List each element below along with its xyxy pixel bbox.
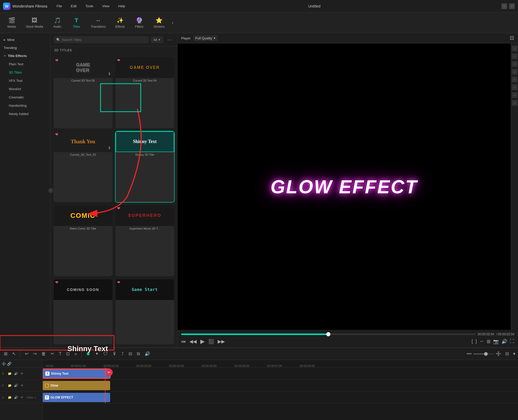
timeline-shield-button[interactable]: 🛡 (102, 350, 109, 358)
menu-tools[interactable]: Tools (83, 3, 95, 9)
toolbar-titles[interactable]: T Titles (67, 16, 86, 30)
ruler-tick-2: 00:00:02:00 (104, 364, 119, 367)
toolbar-media[interactable]: 🎬 Media (3, 16, 21, 30)
dual-screen-button[interactable]: ⊞ (487, 339, 491, 344)
sidebar-item-plain-text[interactable]: Plain Text (2, 60, 49, 68)
track-1-folder-icon[interactable]: 📁 (7, 395, 12, 400)
track-2-eye-icon[interactable]: 👁 (20, 383, 24, 388)
timeline-delete-button[interactable]: 🗑 (40, 350, 47, 358)
title-card-retro-comic[interactable]: COMIC Retro Comic 3D Title (54, 205, 112, 276)
player-back-button[interactable]: ◀◀ (189, 339, 197, 344)
track-3-folder-icon[interactable]: 📁 (7, 371, 12, 376)
loop-icon[interactable]: 🔗 (7, 362, 11, 366)
toolbar-stock-media[interactable]: 🖼 Stock Media (22, 16, 47, 30)
title-card-curved-3d-02[interactable]: ❤ Thank You ⬇ Curved_3D_Text_02 (54, 131, 112, 202)
timeline-grid-view-button[interactable]: ⊞ (3, 350, 9, 358)
rpanel-btn-7[interactable]: ▪ (512, 92, 517, 98)
timeline-text-button[interactable]: T (58, 350, 63, 358)
timeline-cut-button[interactable]: ✂ (49, 350, 55, 358)
track-row-3: T Shinny Text ✂ (43, 368, 518, 380)
rpanel-btn-8[interactable]: ▪ (512, 100, 517, 106)
sidebar-mine[interactable]: ▶ Mine (0, 36, 50, 44)
timeline-crop-button[interactable]: ⊡ (65, 350, 71, 358)
menu-file[interactable]: File (54, 3, 64, 9)
player-stop-button[interactable]: ⬛ (208, 339, 214, 344)
quality-select[interactable]: Full Quality ▼ (193, 35, 218, 41)
timeline-sparkle-button[interactable]: ✦ (94, 350, 100, 358)
toolbar-audio[interactable]: 🎵 Audio (48, 16, 66, 30)
title-card-shinny-3d[interactable]: Shinny Text Shinny 3D Title (116, 131, 174, 202)
timeline-voice-button[interactable]: 🔊 (143, 350, 151, 358)
add-track-icon[interactable]: ➕ (2, 362, 6, 366)
sidebar-trending[interactable]: Trending (0, 44, 50, 52)
more-options-button[interactable]: ▾ (513, 351, 515, 357)
timeline-undo-button[interactable]: ↩ (24, 350, 30, 358)
player-rewind-button[interactable]: ⏮ (181, 339, 186, 344)
zoom-slider[interactable] (473, 353, 494, 354)
content-more-button[interactable]: ⋯ (165, 36, 174, 44)
menu-edit[interactable]: Edit (69, 3, 79, 9)
zoom-in-button[interactable]: ➕ (496, 351, 501, 357)
search-input[interactable] (62, 38, 146, 42)
sidebar-item-newly-added[interactable]: Newly Added (2, 110, 49, 118)
rpanel-btn-2[interactable]: ▪ (512, 53, 517, 59)
snapshot-button[interactable]: 📷 (493, 339, 499, 344)
toolbar-effects[interactable]: ✨ Effects (111, 16, 129, 30)
sidebar-item-3d-titles[interactable]: 3D Titles (2, 68, 49, 76)
minimize-button[interactable]: ─ (501, 3, 507, 9)
title-card-curved-3d-04[interactable]: ❤ GAME OVER Curved 3D Text 04 (116, 57, 174, 128)
progress-bar[interactable] (181, 333, 476, 335)
split-button[interactable]: ↔ (479, 339, 484, 344)
timeline-expand-button[interactable]: » (73, 350, 78, 358)
toolbar-filters[interactable]: 🔮 Filters (130, 16, 148, 30)
track-clip-glow[interactable]: G Glow (43, 381, 110, 390)
sidebar-item-cinematic[interactable]: Cinematic (2, 93, 49, 101)
player-forward-button[interactable]: ▶▶ (218, 339, 225, 344)
timeline-export-button[interactable]: ⤴ (120, 350, 125, 358)
title-card-superhero[interactable]: ❤ SUPERHERO Superhero Movie 3D T... (116, 205, 174, 276)
zoom-out-button[interactable]: ➖ (466, 351, 472, 357)
rpanel-btn-4[interactable]: ▪ (512, 69, 517, 75)
title-card-game-start[interactable]: ❤ Game Start (116, 279, 174, 345)
sidebar-item-wordart[interactable]: WordArt (2, 85, 49, 93)
track-3-volume-icon[interactable]: 🔊 (13, 371, 18, 376)
title-card-curved-3d-05[interactable]: ❤ GAMEOVER ⬇ Curved 3D Text 05 (54, 57, 112, 128)
menu-help[interactable]: Help (116, 3, 127, 9)
toolbar-more-button[interactable]: › (170, 18, 175, 27)
timeline-pip-button[interactable]: ⧉ (136, 350, 141, 358)
sidebar-item-vfx-text[interactable]: VFX Text (2, 77, 49, 85)
timeline-mic-button[interactable]: 🎙 (111, 350, 118, 358)
ruler-tick-4: 00:00:04:00 (169, 364, 184, 367)
bracket-close-button[interactable]: ] (476, 339, 477, 344)
menu-view[interactable]: View (100, 3, 111, 9)
title-card-coming-soon[interactable]: ❤ COMING SOON (54, 279, 112, 345)
track-1-volume-icon[interactable]: 🔊 (13, 395, 18, 400)
player-play-button[interactable]: ▶ (200, 338, 205, 345)
player-settings-icon[interactable]: 🖼 (510, 35, 514, 41)
layout-options-button[interactable]: ⊟ (505, 351, 509, 357)
maximize-button[interactable]: □ (509, 3, 515, 9)
track-1-eye-icon[interactable]: 👁 (20, 395, 24, 400)
fullscreen-button[interactable]: ⛶ (510, 339, 514, 344)
rpanel-btn-6[interactable]: ▪ (512, 84, 517, 90)
rpanel-btn-5[interactable]: ▪ (512, 77, 517, 82)
toolbar-transitions[interactable]: ↔ Transitions (87, 16, 110, 30)
track-2-folder-icon[interactable]: 📁 (7, 383, 12, 388)
audio-button[interactable]: 🔊 (501, 339, 507, 344)
track-3-eye-icon[interactable]: 👁 (20, 371, 24, 376)
rpanel-btn-1[interactable]: ▪ (512, 46, 517, 51)
track-2-volume-icon[interactable]: 🔊 (13, 383, 18, 388)
search-filter-dropdown[interactable]: All ▼ (151, 36, 163, 43)
sidebar-collapse-button[interactable]: ‹ (48, 188, 53, 193)
track-clip-shinny-text[interactable]: T Shinny Text (43, 369, 110, 378)
rpanel-btn-3[interactable]: ▪ (512, 61, 517, 67)
timeline-screen-button[interactable]: ⊟ (127, 350, 133, 358)
toolbar-stickers[interactable]: ⭐ Stickers (149, 16, 169, 30)
timeline-record-button[interactable]: ⏺ (85, 350, 92, 358)
track-clip-glow-effect[interactable]: T GLOW EFFECT (43, 393, 110, 402)
sidebar-title-effects[interactable]: ▼ Title Effects (0, 52, 50, 60)
timeline-redo-button[interactable]: ↪ (32, 350, 38, 358)
sidebar-item-handwriting[interactable]: Handwriting (2, 102, 49, 110)
timeline-select-tool[interactable]: ↖ (11, 350, 17, 358)
bracket-open-button[interactable]: [ (472, 339, 473, 344)
